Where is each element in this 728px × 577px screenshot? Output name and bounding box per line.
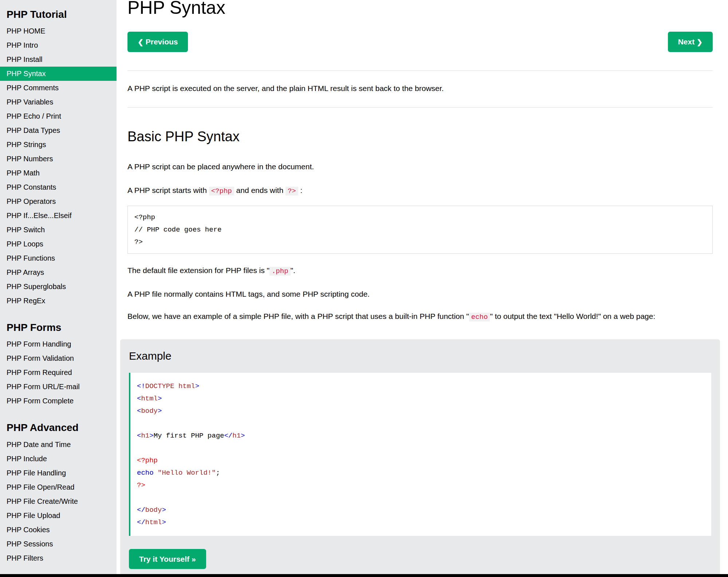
sidebar-item-php-data-types[interactable]: PHP Data Types [0,123,117,138]
paragraph-text: and ends with [234,186,286,194]
sidebar-item-php-echo-print[interactable]: PHP Echo / Print [0,109,117,123]
sidebar-item-php-math[interactable]: PHP Math [0,166,117,180]
code-line: ?> [137,479,705,491]
sidebar-item-php-form-handling[interactable]: PHP Form Handling [0,337,117,351]
intro-paragraph: A PHP script is executed on the server, … [127,83,713,94]
code-line: <?php [134,211,706,224]
next-button-label: Next [678,37,695,46]
sidebar-item-php-form-url-e-mail[interactable]: PHP Form URL/E-mail [0,380,117,394]
example-heading: Example [129,349,711,363]
pager-buttons: ❮ Previous Next ❯ [127,32,713,52]
try-it-yourself-button[interactable]: Try it Yourself » [129,549,206,569]
code-line: <body> [137,405,705,417]
sidebar-item-php-file-create-write[interactable]: PHP File Create/Write [0,494,117,509]
inline-code-php-extension: .php [269,267,291,276]
inline-code-php-close: ?> [286,187,298,195]
paragraph-text: : [298,186,303,194]
paragraph-text: " to output the text "Hello World!" on a… [490,312,655,320]
sidebar-item-php-loops[interactable]: PHP Loops [0,237,117,251]
paragraph-anywhere: A PHP script can be placed anywhere in t… [127,161,713,173]
chevron-left-icon: ❮ [138,38,143,46]
inline-code-php-open: <?php [209,187,234,195]
code-line: ?> [134,236,706,248]
sidebar-heading-php-tutorial: PHP Tutorial [0,4,117,24]
section-heading: Basic PHP Syntax [127,129,713,145]
code-line: <h1>My first PHP page</h1> [137,430,705,442]
sidebar-nav: PHP TutorialPHP HOMEPHP IntroPHP Install… [0,0,117,577]
paragraph-text: Below, we have an example of a simple PH… [127,312,469,320]
sidebar-item-php-cookies[interactable]: PHP Cookies [0,523,117,537]
paragraph-html-tags: A PHP file normally contains HTML tags, … [127,288,713,300]
sidebar-item-php-functions[interactable]: PHP Functions [0,251,117,265]
sidebar-item-php-filters[interactable]: PHP Filters [0,551,117,565]
paragraph-text: ". [291,266,295,274]
code-line: <?php [137,454,705,467]
sidebar-item-php-home[interactable]: PHP HOME [0,24,117,38]
sidebar-item-php-regex[interactable]: PHP RegEx [0,294,117,308]
sidebar-item-php-syntax[interactable]: PHP Syntax [0,67,117,81]
code-line [137,417,705,430]
example-container: Example <!DOCTYPE html><html><body> <h1>… [120,339,720,577]
sidebar-item-php-switch[interactable]: PHP Switch [0,223,117,237]
sidebar-item-php-form-validation[interactable]: PHP Form Validation [0,351,117,365]
previous-button-label: Previous [146,37,178,46]
sidebar-heading-php-forms: PHP Forms [0,317,117,337]
code-line: </html> [137,516,705,529]
inline-code-echo: echo [469,313,490,321]
code-line: <!DOCTYPE html> [137,380,705,392]
sidebar-item-php-form-required[interactable]: PHP Form Required [0,365,117,380]
code-line: echo "Hello World!"; [137,467,705,479]
php-delimiters-code-block: <?php// PHP code goes here?> [127,206,713,254]
example-code-block: <!DOCTYPE html><html><body> <h1>My first… [129,373,711,536]
sidebar-item-php-file-upload[interactable]: PHP File Upload [0,509,117,523]
main-content: PHP Syntax ❮ Previous Next ❯ A PHP scrip… [117,0,728,577]
code-line: <html> [137,392,705,405]
paragraph-text: The default file extension for PHP files… [127,266,269,274]
previous-button[interactable]: ❮ Previous [127,32,188,52]
sidebar-item-php-sessions[interactable]: PHP Sessions [0,537,117,551]
paragraph-file-extension: The default file extension for PHP files… [127,265,713,277]
code-line: </body> [137,504,705,516]
sidebar-item-php-if-else-elseif[interactable]: PHP If...Else...Elseif [0,209,117,223]
sidebar-item-php-arrays[interactable]: PHP Arrays [0,265,117,280]
paragraph-text: A PHP script starts with [127,186,209,194]
sidebar-item-php-date-and-time[interactable]: PHP Date and Time [0,438,117,452]
sidebar-item-php-operators[interactable]: PHP Operators [0,194,117,209]
sidebar-item-php-file-open-read[interactable]: PHP File Open/Read [0,480,117,494]
chevron-right-icon: ❯ [697,38,703,46]
sidebar-item-php-file-handling[interactable]: PHP File Handling [0,466,117,480]
bottom-letterbox-bar [0,574,728,577]
code-line [137,442,705,454]
sidebar-item-php-numbers[interactable]: PHP Numbers [0,152,117,166]
page-title: PHP Syntax [127,0,713,18]
sidebar-item-php-install[interactable]: PHP Install [0,52,117,67]
code-line: // PHP code goes here [134,224,706,236]
sidebar-item-php-intro[interactable]: PHP Intro [0,38,117,52]
sidebar-item-php-constants[interactable]: PHP Constants [0,180,117,194]
sidebar-item-php-variables[interactable]: PHP Variables [0,95,117,109]
sidebar-heading-php-advanced: PHP Advanced [0,418,117,437]
sidebar-item-php-superglobals[interactable]: PHP Superglobals [0,280,117,294]
sidebar-item-php-strings[interactable]: PHP Strings [0,138,117,152]
next-button[interactable]: Next ❯ [668,32,713,52]
divider-intro [127,107,713,108]
paragraph-example-intro: Below, we have an example of a simple PH… [127,311,713,323]
sidebar-item-php-comments[interactable]: PHP Comments [0,81,117,95]
sidebar-item-php-include[interactable]: PHP Include [0,452,117,466]
sidebar-item-php-form-complete[interactable]: PHP Form Complete [0,394,117,408]
paragraph-starts-ends: A PHP script starts with <?php and ends … [127,185,713,197]
code-line [137,491,705,504]
divider-top [127,70,713,71]
